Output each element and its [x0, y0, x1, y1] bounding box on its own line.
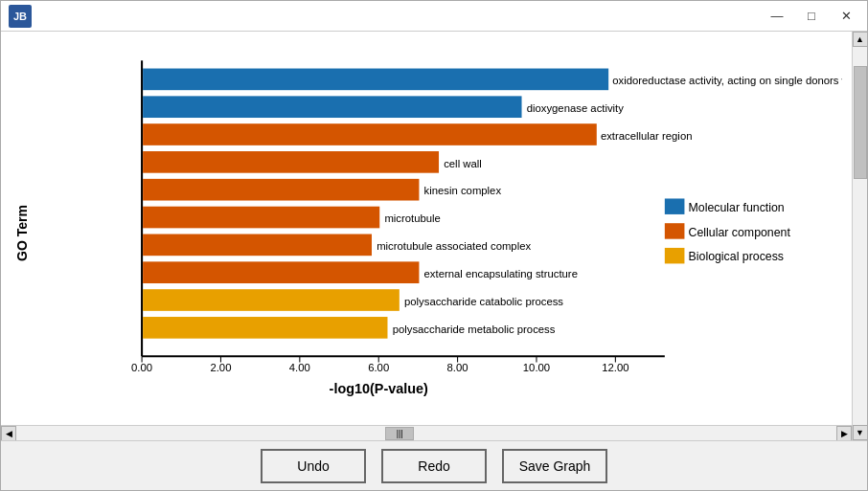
bar-label-polysaccharide-met: polysaccharide metabolic process	[393, 324, 556, 335]
x-tick-4: 8.00	[447, 362, 468, 373]
footer: Undo Redo Save Graph	[1, 440, 867, 490]
bottom-scrollbar: ◀ ||| ▶	[1, 425, 852, 440]
save-graph-button[interactable]: Save Graph	[502, 449, 607, 483]
bar-label-dioxygenase: dioxygenase activity	[527, 102, 625, 114]
vertical-scrollbar: ▲ ▼	[852, 32, 867, 440]
x-tick-0: 0.00	[131, 362, 152, 373]
chart-area: GO Term 0.00 2.00 4.00 6.00 8.00 10.00 1	[1, 32, 852, 425]
bar-polysaccharide-met	[143, 317, 387, 339]
content-area: GO Term 0.00 2.00 4.00 6.00 8.00 10.00 1	[1, 32, 867, 440]
title-bar-controls: — □ ✕	[764, 6, 859, 27]
redo-button[interactable]: Redo	[381, 449, 487, 483]
close-button[interactable]: ✕	[833, 6, 859, 27]
y-axis-label: GO Term	[11, 51, 34, 415]
x-axis-label: -log10(P-value)	[330, 381, 428, 396]
minimize-button[interactable]: —	[764, 6, 790, 27]
bar-label-extracellular: extracellular region	[601, 130, 693, 142]
bar-label-polysaccharide-cat: polysaccharide catabolic process	[404, 296, 563, 307]
maximize-button[interactable]: □	[798, 6, 825, 27]
bar-label-oxidoreductase: oxidoreductase activity, acting on singl…	[612, 75, 842, 86]
scroll-up-button[interactable]: ▲	[853, 32, 868, 47]
bar-label-external-encaps: external encapsulating structure	[424, 268, 578, 279]
legend-mf-label: Molecular function	[689, 201, 785, 214]
x-tick-2: 4.00	[289, 362, 310, 373]
scroll-track[interactable]	[854, 47, 867, 425]
main-content: GO Term 0.00 2.00 4.00 6.00 8.00 10.00 1	[1, 32, 852, 440]
legend-bp-color	[665, 248, 685, 263]
bar-label-kinesin: kinesin complex	[424, 185, 502, 196]
x-tick-6: 12.00	[602, 362, 628, 373]
bar-external-encaps	[143, 261, 419, 283]
title-bar: JB — □ ✕	[1, 1, 867, 32]
bar-microtubule	[143, 207, 379, 229]
app-icon: JB	[9, 5, 32, 28]
legend-mf-color	[665, 198, 685, 213]
x-tick-1: 2.00	[210, 362, 231, 373]
chart-wrapper: GO Term 0.00 2.00 4.00 6.00 8.00 10.00 1	[11, 51, 842, 415]
bar-label-cellwall: cell wall	[444, 158, 482, 169]
chart-svg: 0.00 2.00 4.00 6.00 8.00 10.00 12.00	[34, 51, 842, 415]
bar-polysaccharide-cat	[143, 289, 400, 311]
undo-button[interactable]: Undo	[261, 449, 366, 483]
main-window: JB — □ ✕ GO Term 0.0	[0, 0, 868, 491]
scroll-down-button[interactable]: ▼	[853, 425, 868, 440]
h-scroll-right-button[interactable]: ▶	[836, 426, 852, 441]
bar-extracellular	[143, 123, 597, 145]
bar-kinesin	[143, 179, 419, 201]
title-bar-left: JB	[9, 5, 32, 28]
x-tick-5: 10.00	[523, 362, 550, 373]
bar-cellwall	[143, 151, 439, 173]
legend-bp-label: Biological process	[689, 250, 785, 263]
bar-label-microtubule-complex: microtubule associated complex	[377, 240, 531, 252]
bar-oxidoreductase	[143, 69, 608, 91]
h-scroll-track[interactable]: |||	[16, 427, 836, 440]
scroll-thumb[interactable]	[854, 66, 867, 180]
bar-microtubule-complex	[143, 234, 372, 257]
x-tick-3: 6.00	[368, 362, 389, 373]
bar-label-microtubule: microtubule	[384, 212, 440, 224]
h-scroll-left-button[interactable]: ◀	[1, 426, 16, 441]
h-scroll-thumb[interactable]: |||	[385, 427, 414, 440]
legend-cc-color	[665, 223, 685, 238]
bar-dioxygenase	[143, 96, 521, 118]
legend-cc-label: Cellular component	[689, 226, 791, 239]
